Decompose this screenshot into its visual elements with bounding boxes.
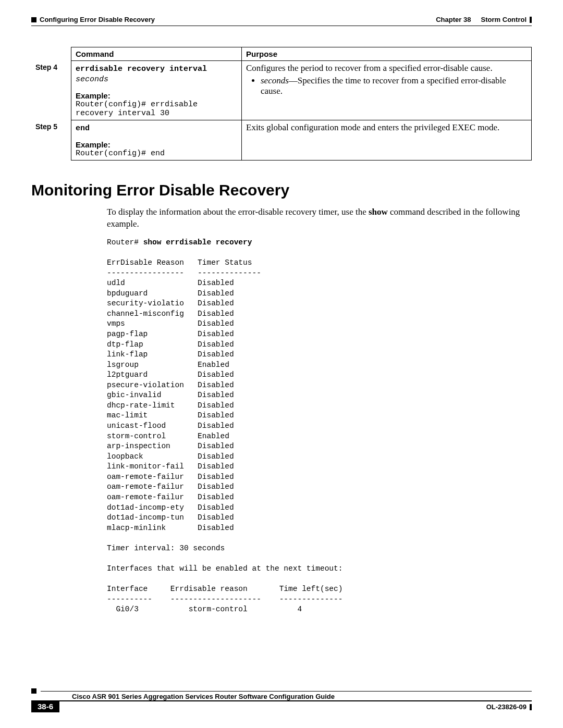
th-command: Command (71, 47, 242, 61)
th-purpose: Purpose (242, 47, 532, 61)
step5-example: Router(config)# end (76, 149, 237, 158)
intro-paragraph: To display the information about the err… (107, 206, 532, 230)
step5-cmd: end (76, 124, 90, 133)
step4-purpose-cell: Configures the period to recover from a … (242, 61, 532, 120)
section-heading: Monitoring Error Disable Recovery (31, 181, 532, 199)
step5-command-cell: end Example: Router(config)# end (71, 120, 242, 161)
cli-output: Router# show errdisable recovery ErrDisa… (107, 238, 532, 615)
step4-example: Router(config)# errdisable recovery inte… (76, 100, 237, 118)
footer-end-bar-icon (530, 704, 532, 710)
chapter-title: Storm Control (481, 16, 527, 23)
next-timeout-line: Interfaces that will be enabled at the n… (107, 564, 342, 573)
page-footer: Cisco ASR 901 Series Aggregation Service… (31, 688, 532, 712)
example-label: Example: (76, 140, 237, 149)
step5-purpose: Exits global configuration mode and ente… (246, 122, 527, 133)
step5-purpose-cell: Exits global configuration mode and ente… (242, 120, 532, 161)
cli-command: show errdisable recovery (143, 238, 252, 246)
step4-label: Step 4 (31, 61, 71, 120)
page-number: 38-6 (31, 700, 59, 712)
book-title: Cisco ASR 901 Series Aggregation Service… (41, 693, 532, 700)
doc-id: OL-23826-09 (486, 703, 527, 711)
bullet-arg: seconds (261, 76, 289, 85)
intro-pre: To display the information about the err… (107, 207, 369, 217)
footer-marker-icon (31, 688, 36, 694)
header-rule (31, 26, 532, 26)
chapter-number: Chapter 38 (436, 16, 471, 23)
bullet-rest: —Specifies the time to recover from a sp… (261, 76, 506, 96)
step5-label: Step 5 (31, 120, 71, 161)
breadcrumb: Configuring Error Disable Recovery (40, 16, 155, 23)
command-table: Command Purpose Step 4 errdisable recove… (31, 47, 532, 161)
header-end-bar-icon (530, 17, 532, 23)
step4-cmd: errdisable recovery interval (76, 65, 207, 73)
example-label: Example: (76, 91, 237, 100)
step4-purpose: Configures the period to recover from a … (246, 63, 527, 73)
page-header: Configuring Error Disable Recovery Chapt… (31, 16, 532, 23)
intro-bold: show (369, 207, 388, 217)
cli-prompt: Router# (107, 238, 143, 246)
header-marker-icon (31, 17, 36, 22)
step4-command-cell: errdisable recovery interval seconds Exa… (71, 61, 242, 120)
step4-bullet: seconds—Specifies the time to recover fr… (261, 76, 527, 96)
step4-cmd-arg: seconds (76, 75, 108, 84)
timer-interval-line: Timer interval: 30 seconds (107, 544, 225, 552)
